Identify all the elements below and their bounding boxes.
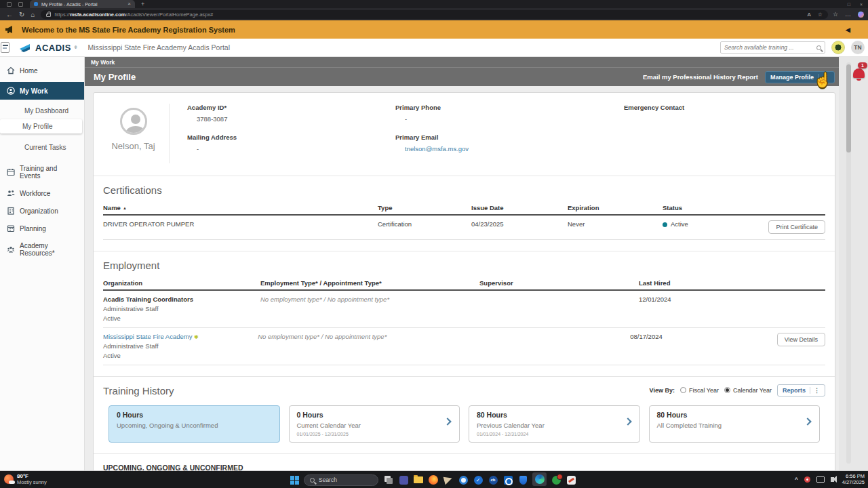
- radio-off-icon[interactable]: [680, 387, 686, 393]
- favorites-bar-icon[interactable]: ☆: [833, 11, 838, 18]
- calendar-year-radio[interactable]: Calendar Year: [724, 387, 772, 394]
- read-aloud-icon[interactable]: A: [807, 12, 810, 18]
- acadis-logo-text: ACADIS: [35, 43, 71, 53]
- edge-icon-active[interactable]: [532, 472, 547, 486]
- reports-menu-icon[interactable]: ⋮: [810, 387, 820, 394]
- workforce-icon: [7, 189, 15, 197]
- planning-icon: [7, 224, 15, 232]
- taskbar-search[interactable]: Search: [304, 474, 378, 486]
- training-search-input[interactable]: [724, 44, 816, 51]
- tab-close-icon[interactable]: ×: [127, 1, 131, 7]
- cb-app-icon[interactable]: cb: [488, 474, 498, 485]
- training-card-upcoming[interactable]: 0 Hours Upcoming, Ongoing & Unconfirmed: [108, 405, 280, 443]
- browser-tab[interactable]: My Profile - Acadis - Portal ×: [30, 0, 135, 8]
- bell-icon: [853, 68, 865, 78]
- msfa-seal-logo: [831, 41, 845, 54]
- col-last-hired: Last Hired: [639, 279, 788, 287]
- academy-id-value: 3788-3087: [197, 115, 395, 123]
- cert-name: DRIVER OPERATOR PUMPER: [103, 220, 378, 228]
- address-bar[interactable]: https://msfa.acadisonline.com/AcadisView…: [41, 10, 827, 19]
- sidebar-item-my-work[interactable]: My Work: [0, 82, 84, 100]
- sidebar: Home My Work My Dashboard My Profile Cur…: [0, 57, 85, 470]
- xbox-icon[interactable]: [551, 474, 561, 485]
- col-name[interactable]: Name▲: [103, 204, 378, 211]
- profile-panel: Nelson, Taj Academy ID* 3788-3087 Mailin…: [93, 92, 835, 470]
- training-events-icon: [7, 168, 15, 176]
- banner-collapse-icon[interactable]: ◀: [846, 26, 850, 33]
- email-history-report-link[interactable]: Email my Professional History Report: [643, 73, 758, 81]
- training-search[interactable]: [720, 41, 825, 54]
- weather-widget[interactable]: 80°F Mostly sunny: [4, 473, 47, 485]
- training-history-section: Training History View By: Fiscal Year Ca…: [94, 376, 835, 453]
- radio-on-icon[interactable]: [724, 387, 730, 393]
- reports-button[interactable]: Reports ⋮: [777, 384, 825, 396]
- sidebar-item-home[interactable]: Home: [0, 62, 84, 79]
- teams-icon[interactable]: [398, 474, 409, 485]
- training-card-current-year[interactable]: 0 Hours Current Calendar Year 01/01/2025…: [289, 405, 460, 443]
- firefox-icon[interactable]: [428, 474, 439, 485]
- cert-status: Active: [663, 220, 737, 228]
- taskbar-clock[interactable]: 6:56 PM 4/27/2025: [842, 473, 865, 485]
- sidebar-item-my-profile[interactable]: My Profile: [0, 119, 82, 134]
- primary-email-link[interactable]: tnelson@msfa.ms.gov: [405, 145, 624, 152]
- profile-photo: [120, 108, 147, 135]
- sidebar-sub-menu: My Dashboard My Profile Current Tasks: [0, 100, 84, 156]
- browser-menu-icon[interactable]: …: [845, 11, 851, 18]
- side-panel-icon[interactable]: [1, 42, 9, 53]
- outlook-icon[interactable]: [502, 474, 513, 485]
- weather-temperature: 80°F: [17, 473, 47, 479]
- tab-tool-icon[interactable]: [7, 2, 12, 7]
- employment-last-hired: 08/17/2024: [630, 333, 776, 340]
- sidebar-item-academy-resources[interactable]: Academy Resources*: [0, 237, 84, 262]
- sidebar-item-current-tasks[interactable]: Current Tasks: [0, 140, 84, 155]
- employment-title: Employment: [103, 260, 825, 271]
- scrollbar-thumb[interactable]: [846, 64, 851, 152]
- page-scrollbar[interactable]: [846, 62, 851, 464]
- task-view-icon[interactable]: [383, 474, 394, 485]
- employment-role: Administrative Staff: [103, 305, 260, 312]
- window-close-button[interactable]: ×: [860, 2, 863, 7]
- print-certificate-button[interactable]: Print Certificate: [768, 220, 825, 234]
- sidebar-item-training-and-events[interactable]: Training and Events: [0, 160, 84, 184]
- view-details-button[interactable]: View Details: [777, 333, 825, 346]
- certifications-title: Certifications: [103, 184, 825, 196]
- training-card-previous-year[interactable]: 80 Hours Previous Calendar Year 01/01/20…: [469, 405, 640, 443]
- defender-icon[interactable]: [517, 474, 528, 485]
- academy-id-label: Academy ID*: [187, 104, 395, 111]
- start-button[interactable]: [290, 476, 299, 485]
- sidebar-item-planning[interactable]: Planning: [0, 220, 84, 237]
- tab-tool-icon[interactable]: [18, 2, 23, 7]
- sidebar-item-organization[interactable]: Organization: [0, 202, 84, 220]
- screen: My Profile - Acadis - Portal × + □ × ← ↻…: [0, 0, 868, 488]
- search-icon[interactable]: [816, 45, 821, 50]
- sidebar-item-my-dashboard[interactable]: My Dashboard: [0, 104, 84, 118]
- display-tray-icon[interactable]: [816, 476, 825, 483]
- recording-indicator-icon[interactable]: [804, 476, 810, 483]
- training-card-all-completed[interactable]: 80 Hours All Completed Training: [649, 405, 821, 443]
- employment-org-link[interactable]: Mississippi State Fire Academy ✱: [103, 333, 258, 340]
- copilot-icon[interactable]: [858, 12, 864, 18]
- new-tab-button[interactable]: +: [141, 1, 144, 7]
- check-app-icon[interactable]: ✓: [473, 474, 484, 485]
- col-supervisor: Supervisor: [479, 279, 639, 287]
- primary-phone-label: Primary Phone: [395, 104, 624, 111]
- org-star-icon: ✱: [194, 334, 199, 340]
- file-explorer-icon[interactable]: [413, 474, 424, 485]
- browser-home-icon[interactable]: ⌂: [31, 11, 35, 18]
- ring-app-icon[interactable]: [458, 474, 469, 485]
- fiscal-year-radio[interactable]: Fiscal Year: [680, 387, 719, 394]
- favorite-star-icon[interactable]: ☆: [818, 12, 823, 18]
- main-area: My Work My Profile Email my Professional…: [85, 57, 839, 470]
- paper-plane-app-icon[interactable]: [443, 474, 454, 485]
- reload-icon[interactable]: ↻: [19, 11, 24, 18]
- employment-last-hired: 12/01/2024: [639, 296, 788, 303]
- notification-bell[interactable]: 1: [853, 68, 865, 78]
- window-restore-button[interactable]: □: [848, 2, 850, 7]
- back-icon[interactable]: ←: [6, 11, 13, 18]
- sidebar-item-workforce[interactable]: Workforce: [0, 184, 84, 202]
- employment-row: Acadis Training Coordinators Administrat…: [103, 291, 825, 328]
- volume-icon[interactable]: [831, 477, 834, 482]
- snipping-tool-icon[interactable]: [566, 474, 576, 485]
- tray-expand-icon[interactable]: ^: [795, 476, 798, 483]
- user-avatar[interactable]: TN: [851, 41, 865, 54]
